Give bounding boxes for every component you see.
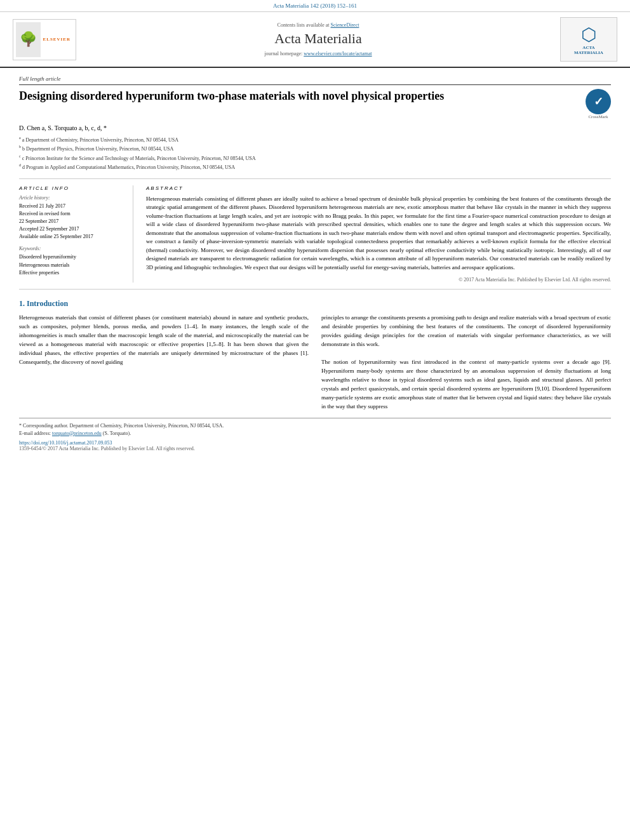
- journal-citation: Acta Materialia 142 (2018) 152–161: [273, 3, 357, 9]
- affiliation-c: c c Princeton Institute for the Science …: [19, 154, 611, 163]
- elsevier-brand: ELSEVIER: [43, 37, 70, 42]
- revised-date: 22 September 2017: [19, 218, 123, 225]
- acta-logo: ⬡ ACTAMATERIALIA: [560, 17, 617, 62]
- contents-available: Contents lists available at ScienceDirec…: [89, 22, 547, 28]
- intro-title: 1. Introduction: [19, 299, 611, 309]
- affiliation-d: d d Program in Applied and Computational…: [19, 163, 611, 171]
- elsevier-tree-icon: 🌳: [16, 22, 41, 57]
- article-title-row: Designing disordered hyperuniform two-ph…: [19, 89, 611, 119]
- keywords-section: Keywords: Disordered hyperuniformity Het…: [19, 246, 123, 277]
- abstract-label: ABSTRACT: [146, 185, 611, 191]
- doi-link[interactable]: https://doi.org/10.1016/j.actamat.2017.0…: [19, 440, 611, 446]
- journal-main-title: Acta Materialia: [89, 30, 547, 47]
- email-note: E-mail address: torquato@princeton.edu (…: [19, 430, 611, 437]
- article-type: Full length article: [19, 76, 611, 85]
- intro-section: 1. Introduction Heterogeneous materials …: [19, 299, 611, 411]
- footnote-area: * Corresponding author. Department of Ch…: [19, 418, 611, 451]
- crossmark-icon: ✓: [586, 89, 611, 114]
- journal-header: 🌳 ELSEVIER Contents lists available at S…: [0, 12, 630, 68]
- abstract-text: Heterogeneous materials consisting of di…: [146, 195, 611, 272]
- journal-title-block: Contents lists available at ScienceDirec…: [76, 22, 560, 57]
- authors: D. Chen a, S. Torquato a, b, c, d, *: [19, 124, 611, 131]
- intro-col2: principles to arrange the constituents p…: [321, 314, 611, 411]
- abstract-col: ABSTRACT Heterogeneous materials consist…: [146, 185, 611, 283]
- email-link[interactable]: torquato@princeton.edu: [52, 430, 102, 436]
- keyword-2: Heterogeneous materials: [19, 262, 123, 270]
- intro-two-col: Heterogeneous materials that consist of …: [19, 314, 611, 411]
- sciencedirect-link[interactable]: ScienceDirect: [331, 22, 359, 28]
- affiliation-b: b b Department of Physics, Princeton Uni…: [19, 144, 611, 153]
- article-history: Article history: Received 21 July 2017 R…: [19, 195, 123, 241]
- intro-col1: Heterogeneous materials that consist of …: [19, 314, 309, 411]
- article-content: Full length article Designing disordered…: [0, 68, 630, 459]
- keyword-3: Effective properties: [19, 269, 123, 277]
- acta-logo-graphic: ⬡: [574, 24, 603, 45]
- accepted-date: Accepted 22 September 2017: [19, 225, 123, 233]
- issn-text: 1359-6454/© 2017 Acta Materialia Inc. Pu…: [19, 446, 611, 451]
- elsevier-logo: 🌳 ELSEVIER: [13, 19, 76, 60]
- received-date: Received 21 July 2017: [19, 203, 123, 210]
- article-title: Designing disordered hyperuniform two-ph…: [19, 89, 579, 103]
- keyword-1: Disordered hyperuniformity: [19, 253, 123, 262]
- crossmark: ✓ CrossMark: [586, 89, 611, 119]
- copyright-line: © 2017 Acta Materialia Inc. Published by…: [146, 277, 611, 283]
- article-info: ARTICLE INFO Article history: Received 2…: [19, 185, 133, 283]
- affiliation-a: a a Department of Chemistry, Princeton U…: [19, 135, 611, 144]
- two-column-info-abstract: ARTICLE INFO Article history: Received 2…: [19, 185, 611, 283]
- article-info-label: ARTICLE INFO: [19, 185, 123, 191]
- corresponding-note: * Corresponding author. Department of Ch…: [19, 422, 611, 430]
- received-revised-label: Received in revised form: [19, 210, 123, 218]
- affiliations: a a Department of Chemistry, Princeton U…: [19, 135, 611, 172]
- available-online: Available online 25 September 2017: [19, 233, 123, 241]
- homepage-link[interactable]: www.elsevier.com/locate/actamat: [304, 51, 372, 57]
- top-bar: Acta Materialia 142 (2018) 152–161: [0, 0, 630, 12]
- divider-2: [19, 289, 611, 290]
- journal-homepage: journal homepage: www.elsevier.com/locat…: [89, 51, 547, 57]
- divider-1: [19, 178, 611, 179]
